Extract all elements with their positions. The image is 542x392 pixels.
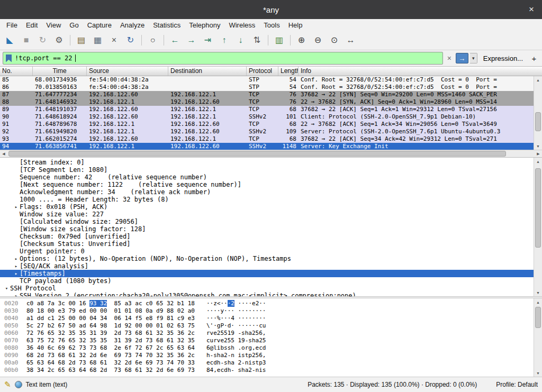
detail-line[interactable]: Window size value: 227 bbox=[0, 211, 534, 218]
packet-row-85[interactable]: 8568.001734936fe:54:00:d4:38:2aSTP54Conf… bbox=[0, 76, 534, 84]
hex-row-0060[interactable]: 006072 76 65 32 35 35 31 39 2d 73 68 61 … bbox=[0, 330, 534, 337]
scroll-right-icon[interactable]: ▶ bbox=[535, 150, 542, 157]
detail-line[interactable]: [Calculated window size: 29056] bbox=[0, 218, 534, 225]
hex-row-0070[interactable]: 007063 75 72 76 65 32 35 35 31 39 2d 73 … bbox=[0, 337, 534, 344]
hex-row-0030[interactable]: 003080 18 00 e3 79 ed 00 00 01 01 08 0a … bbox=[0, 307, 534, 315]
bookmark-icon[interactable] bbox=[6, 54, 12, 62]
packet-list-scrollbar-thumb[interactable] bbox=[535, 112, 541, 131]
detail-line[interactable]: [TCP Segment Len: 1080] bbox=[0, 166, 534, 174]
go-forward-button[interactable]: → bbox=[183, 33, 200, 48]
zoom-in-button[interactable]: ⊕ bbox=[293, 33, 310, 48]
detail-line[interactable]: ▸[SEQ/ACK analysis] bbox=[0, 262, 534, 270]
auto-scroll-button[interactable]: ⇅ bbox=[249, 33, 265, 48]
column-header-time[interactable]: Time bbox=[33, 67, 87, 76]
reload-file-button[interactable]: ↻ bbox=[122, 33, 139, 48]
restart-capture-button[interactable]: ↻ bbox=[34, 33, 51, 48]
go-to-packet-button[interactable]: ⇥ bbox=[200, 33, 216, 48]
expert-info-icon[interactable] bbox=[15, 381, 22, 388]
packet-row-87[interactable]: 8771.647777234192.168.122.60192.168.122.… bbox=[0, 91, 534, 98]
menu-item-help[interactable]: Help bbox=[284, 20, 307, 30]
menu-item-tools[interactable]: Tools bbox=[259, 20, 284, 30]
zoom-out-button[interactable]: ⊖ bbox=[310, 33, 326, 48]
detail-line[interactable]: Urgent pointer: 0 bbox=[0, 248, 534, 255]
column-header-protocol[interactable]: Protocol bbox=[247, 67, 278, 76]
packet-row-93[interactable]: 9371.662015274192.168.122.60192.168.122.… bbox=[0, 135, 534, 143]
expander-closed-icon[interactable]: ▸ bbox=[13, 270, 20, 277]
detail-scrollbar-thumb[interactable] bbox=[535, 168, 541, 248]
menu-item-edit[interactable]: Edit bbox=[22, 20, 42, 30]
expander-closed-icon[interactable]: ▸ bbox=[13, 203, 20, 211]
scroll-up-icon[interactable]: ▲ bbox=[534, 76, 542, 84]
packet-list-hscrollbar[interactable]: ◀ ▶ bbox=[0, 150, 542, 157]
scroll-down-icon[interactable]: ▼ bbox=[534, 289, 542, 296]
colorize-button[interactable]: ▥ bbox=[271, 33, 287, 48]
detail-line[interactable]: [Window size scaling factor: 128] bbox=[0, 225, 534, 233]
detail-line[interactable]: [Stream index: 0] bbox=[0, 159, 534, 166]
detail-line[interactable]: [Next sequence number: 1122 (relative se… bbox=[0, 181, 534, 188]
hex-row-00b0[interactable]: 00b038 34 2c 65 63 64 68 2d 73 68 61 32 … bbox=[0, 367, 534, 374]
scroll-down-icon[interactable]: ▼ bbox=[534, 369, 542, 377]
packet-row-94[interactable]: 9471.663856741192.168.122.1192.168.122.6… bbox=[0, 143, 534, 150]
expander-closed-icon[interactable]: ▸ bbox=[13, 262, 20, 270]
hex-row-0020[interactable]: 0020c0 a8 7a 3c 00 16 93 32 85 a3 ac c0 … bbox=[0, 300, 534, 307]
detail-line[interactable]: Sequence number: 42 (relative sequence n… bbox=[0, 174, 534, 181]
packet-row-89[interactable]: 8971.648191037192.168.122.60192.168.122.… bbox=[0, 106, 534, 113]
hex-row-0040[interactable]: 0040a1 dd c1 25 00 00 04 34 06 14 f5 e8 … bbox=[0, 315, 534, 322]
expression-button[interactable]: Expression... bbox=[479, 54, 527, 62]
expander-closed-icon[interactable]: ▸ bbox=[13, 292, 20, 296]
menu-item-file[interactable]: File bbox=[2, 20, 22, 30]
hex-scrollbar[interactable]: ▲ ▼ bbox=[534, 298, 542, 377]
column-header-info[interactable]: Info bbox=[299, 67, 542, 76]
menu-item-wireless[interactable]: Wireless bbox=[224, 20, 259, 30]
open-file-button[interactable]: ▤ bbox=[73, 33, 89, 48]
scroll-up-icon[interactable]: ▲ bbox=[534, 298, 542, 306]
scroll-left-icon[interactable]: ◀ bbox=[0, 150, 7, 157]
packet-list-hscrollbar-thumb[interactable] bbox=[8, 151, 506, 157]
add-filter-button[interactable]: + bbox=[529, 52, 539, 64]
detail-line[interactable]: Checksum: 0x79ed [unverified] bbox=[0, 233, 534, 240]
clear-filter-button[interactable]: × bbox=[445, 53, 454, 63]
profile-button[interactable]: Profile: Default bbox=[496, 381, 538, 388]
detail-line[interactable]: ▸Flags: 0x018 (PSH, ACK) bbox=[0, 203, 534, 211]
column-header-length[interactable]: Length bbox=[278, 67, 299, 76]
detail-line[interactable]: ▸[Timestamps] bbox=[0, 270, 534, 277]
apply-filter-button[interactable]: → bbox=[456, 53, 468, 63]
find-packet-button[interactable]: ○ bbox=[144, 33, 161, 48]
packet-row-88[interactable]: 8871.648146932192.168.122.1192.168.122.6… bbox=[0, 98, 534, 106]
packet-list-scrollbar[interactable]: ▲ ▼ bbox=[534, 76, 542, 150]
detail-scrollbar[interactable]: ▲ ▼ bbox=[534, 158, 542, 296]
hex-row-0050[interactable]: 00505c 27 b2 67 50 ad 64 98 1d 92 00 00 … bbox=[0, 322, 534, 330]
detail-line[interactable]: 1000 .... = Header Length: 32 bytes (8) bbox=[0, 196, 534, 203]
menu-item-analyze[interactable]: Analyze bbox=[116, 20, 149, 30]
hex-scrollbar-thumb[interactable] bbox=[535, 307, 541, 328]
column-header-no[interactable]: No. bbox=[0, 67, 33, 76]
detail-line[interactable]: ▸Options: (12 bytes), No-Operation (NOP)… bbox=[0, 255, 534, 262]
hex-row-0080[interactable]: 008036 40 6c 69 62 73 73 68 2e 6f 72 67 … bbox=[0, 344, 534, 352]
go-top-button[interactable]: ↑ bbox=[216, 33, 232, 48]
menu-item-view[interactable]: View bbox=[42, 20, 65, 30]
detail-line[interactable]: Acknowledgment number: 34 (relative ack … bbox=[0, 188, 534, 196]
resize-columns-button[interactable]: ↔ bbox=[342, 33, 359, 48]
scroll-up-icon[interactable]: ▲ bbox=[534, 158, 542, 165]
detail-line[interactable]: ▸SSH Version 2 (encryption:chacha20-poly… bbox=[0, 292, 534, 296]
column-header-destination[interactable]: Destination bbox=[168, 67, 247, 76]
hex-row-00a0[interactable]: 00a065 63 64 68 2d 73 68 61 32 2d 6e 69 … bbox=[0, 359, 534, 367]
go-bottom-button[interactable]: ↓ bbox=[232, 33, 249, 48]
packet-row-92[interactable]: 9271.661949820192.168.122.1192.168.122.6… bbox=[0, 128, 534, 135]
expander-closed-icon[interactable]: ▸ bbox=[13, 255, 20, 262]
menu-item-capture[interactable]: Capture bbox=[83, 20, 116, 30]
start-capture-button[interactable]: ◣ bbox=[2, 33, 18, 48]
title-bar[interactable]: *any × bbox=[0, 0, 542, 19]
detail-line[interactable]: [Checksum Status: Unverified] bbox=[0, 240, 534, 248]
filter-history-dropdown[interactable]: ▾ bbox=[470, 53, 477, 63]
zoom-original-button[interactable]: ⊙ bbox=[326, 33, 342, 48]
packet-row-91[interactable]: 9171.648789678192.168.122.1192.168.122.6… bbox=[0, 121, 534, 128]
packet-row-90[interactable]: 9071.648618924192.168.122.60192.168.122.… bbox=[0, 113, 534, 121]
column-header-source[interactable]: Source bbox=[87, 67, 168, 76]
menu-item-statistics[interactable]: Statistics bbox=[149, 20, 185, 30]
capture-options-button[interactable]: ⚙ bbox=[51, 33, 67, 48]
menu-item-go[interactable]: Go bbox=[65, 20, 83, 30]
go-back-button[interactable]: ← bbox=[167, 33, 183, 48]
scroll-down-icon[interactable]: ▼ bbox=[534, 142, 542, 150]
expander-open-icon[interactable]: ▾ bbox=[3, 285, 10, 292]
